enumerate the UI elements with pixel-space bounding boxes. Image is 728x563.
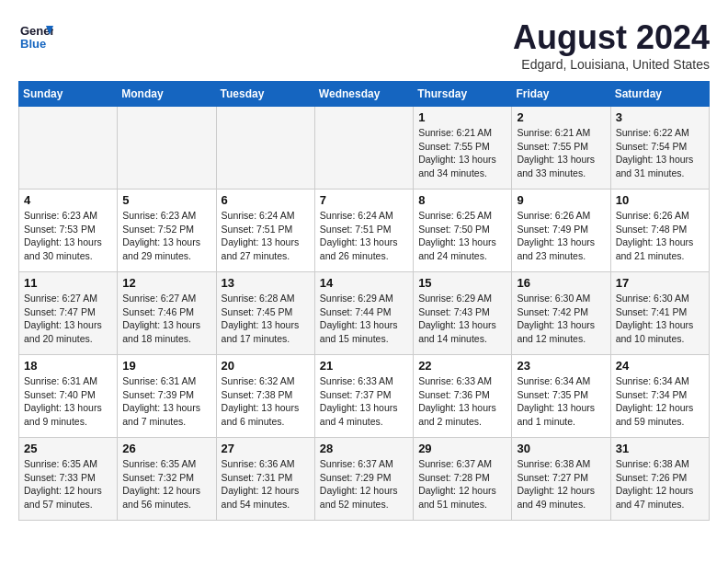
day-info: Sunrise: 6:25 AM Sunset: 7:50 PM Dayligh… (418, 209, 506, 263)
day-number: 30 (517, 442, 605, 455)
svg-text:Blue: Blue (20, 37, 46, 51)
day-number: 4 (24, 193, 112, 207)
calendar-cell: 5Sunrise: 6:23 AM Sunset: 7:52 PM Daylig… (118, 190, 216, 272)
header-monday: Monday (118, 82, 216, 107)
header: General Blue August 2024 Edgard, Louisia… (18, 18, 710, 72)
day-number: 16 (517, 276, 605, 290)
calendar-cell: 15Sunrise: 6:29 AM Sunset: 7:43 PM Dayli… (414, 272, 512, 355)
day-info: Sunrise: 6:36 AM Sunset: 7:31 PM Dayligh… (222, 457, 310, 511)
day-number: 26 (122, 442, 210, 455)
calendar-cell: 13Sunrise: 6:28 AM Sunset: 7:45 PM Dayli… (216, 272, 314, 355)
week-row-1: 1Sunrise: 6:21 AM Sunset: 7:55 PM Daylig… (19, 107, 710, 190)
calendar-cell: 19Sunrise: 6:31 AM Sunset: 7:39 PM Dayli… (118, 355, 216, 438)
day-number: 17 (616, 276, 704, 290)
title-section: August 2024 Edgard, Louisiana, United St… (513, 18, 710, 72)
day-number: 6 (222, 193, 310, 207)
day-number: 20 (222, 359, 310, 373)
calendar-cell: 31Sunrise: 6:38 AM Sunset: 7:26 PM Dayli… (610, 438, 709, 521)
day-number: 29 (418, 442, 506, 455)
calendar-cell: 30Sunrise: 6:38 AM Sunset: 7:27 PM Dayli… (512, 438, 610, 521)
day-number: 18 (24, 359, 112, 373)
logo: General Blue (18, 18, 53, 53)
calendar-cell: 12Sunrise: 6:27 AM Sunset: 7:46 PM Dayli… (118, 272, 216, 355)
calendar-cell: 2Sunrise: 6:21 AM Sunset: 7:55 PM Daylig… (512, 107, 610, 190)
day-number: 23 (517, 359, 605, 373)
day-info: Sunrise: 6:31 AM Sunset: 7:40 PM Dayligh… (24, 374, 112, 429)
day-info: Sunrise: 6:32 AM Sunset: 7:38 PM Dayligh… (222, 374, 310, 429)
day-number: 28 (320, 442, 408, 455)
header-friday: Friday (512, 82, 610, 107)
calendar-cell: 8Sunrise: 6:25 AM Sunset: 7:50 PM Daylig… (414, 190, 512, 272)
calendar-cell: 29Sunrise: 6:37 AM Sunset: 7:28 PM Dayli… (414, 438, 512, 521)
day-info: Sunrise: 6:30 AM Sunset: 7:42 PM Dayligh… (517, 292, 605, 346)
day-info: Sunrise: 6:34 AM Sunset: 7:35 PM Dayligh… (517, 374, 605, 429)
day-info: Sunrise: 6:34 AM Sunset: 7:34 PM Dayligh… (616, 374, 704, 429)
calendar-cell (314, 107, 413, 190)
header-thursday: Thursday (414, 82, 512, 107)
day-number: 5 (122, 193, 210, 207)
calendar-cell: 14Sunrise: 6:29 AM Sunset: 7:44 PM Dayli… (314, 272, 413, 355)
day-info: Sunrise: 6:23 AM Sunset: 7:53 PM Dayligh… (24, 209, 112, 263)
header-row: SundayMondayTuesdayWednesdayThursdayFrid… (19, 82, 710, 107)
day-number: 27 (222, 442, 310, 455)
day-number: 9 (517, 193, 605, 207)
day-number: 14 (320, 276, 408, 290)
day-info: Sunrise: 6:21 AM Sunset: 7:55 PM Dayligh… (517, 126, 605, 180)
day-info: Sunrise: 6:24 AM Sunset: 7:51 PM Dayligh… (222, 209, 310, 263)
header-saturday: Saturday (610, 82, 709, 107)
week-row-4: 18Sunrise: 6:31 AM Sunset: 7:40 PM Dayli… (19, 355, 710, 438)
day-info: Sunrise: 6:21 AM Sunset: 7:55 PM Dayligh… (418, 126, 506, 180)
calendar-cell: 7Sunrise: 6:24 AM Sunset: 7:51 PM Daylig… (314, 190, 413, 272)
calendar-cell: 4Sunrise: 6:23 AM Sunset: 7:53 PM Daylig… (19, 190, 118, 272)
calendar-cell: 24Sunrise: 6:34 AM Sunset: 7:34 PM Dayli… (610, 355, 709, 438)
calendar-table: SundayMondayTuesdayWednesdayThursdayFrid… (18, 81, 710, 521)
day-info: Sunrise: 6:27 AM Sunset: 7:47 PM Dayligh… (24, 292, 112, 346)
week-row-2: 4Sunrise: 6:23 AM Sunset: 7:53 PM Daylig… (19, 190, 710, 272)
day-info: Sunrise: 6:24 AM Sunset: 7:51 PM Dayligh… (320, 209, 408, 263)
day-info: Sunrise: 6:38 AM Sunset: 7:27 PM Dayligh… (517, 457, 605, 511)
calendar-cell: 23Sunrise: 6:34 AM Sunset: 7:35 PM Dayli… (512, 355, 610, 438)
day-info: Sunrise: 6:26 AM Sunset: 7:49 PM Dayligh… (517, 209, 605, 263)
day-number: 13 (222, 276, 310, 290)
day-info: Sunrise: 6:27 AM Sunset: 7:46 PM Dayligh… (122, 292, 210, 346)
calendar-cell (118, 107, 216, 190)
calendar-cell: 10Sunrise: 6:26 AM Sunset: 7:48 PM Dayli… (610, 190, 709, 272)
day-number: 7 (320, 193, 408, 207)
header-wednesday: Wednesday (314, 82, 413, 107)
calendar-cell: 21Sunrise: 6:33 AM Sunset: 7:37 PM Dayli… (314, 355, 413, 438)
day-number: 19 (122, 359, 210, 373)
calendar-cell: 6Sunrise: 6:24 AM Sunset: 7:51 PM Daylig… (216, 190, 314, 272)
day-number: 25 (24, 442, 112, 455)
day-number: 22 (418, 359, 506, 373)
header-tuesday: Tuesday (216, 82, 314, 107)
day-info: Sunrise: 6:22 AM Sunset: 7:54 PM Dayligh… (616, 126, 704, 180)
week-row-3: 11Sunrise: 6:27 AM Sunset: 7:47 PM Dayli… (19, 272, 710, 355)
calendar-cell: 9Sunrise: 6:26 AM Sunset: 7:49 PM Daylig… (512, 190, 610, 272)
calendar-cell: 1Sunrise: 6:21 AM Sunset: 7:55 PM Daylig… (414, 107, 512, 190)
day-info: Sunrise: 6:33 AM Sunset: 7:37 PM Dayligh… (320, 374, 408, 429)
day-info: Sunrise: 6:38 AM Sunset: 7:26 PM Dayligh… (616, 457, 704, 511)
calendar-cell: 16Sunrise: 6:30 AM Sunset: 7:42 PM Dayli… (512, 272, 610, 355)
day-number: 31 (616, 442, 704, 455)
calendar-cell (216, 107, 314, 190)
calendar-header: SundayMondayTuesdayWednesdayThursdayFrid… (19, 82, 710, 107)
day-info: Sunrise: 6:29 AM Sunset: 7:44 PM Dayligh… (320, 292, 408, 346)
week-row-5: 25Sunrise: 6:35 AM Sunset: 7:33 PM Dayli… (19, 438, 710, 521)
calendar-cell: 11Sunrise: 6:27 AM Sunset: 7:47 PM Dayli… (19, 272, 118, 355)
day-info: Sunrise: 6:26 AM Sunset: 7:48 PM Dayligh… (616, 209, 704, 263)
day-info: Sunrise: 6:37 AM Sunset: 7:29 PM Dayligh… (320, 457, 408, 511)
day-number: 11 (24, 276, 112, 290)
logo-icon: General Blue (18, 18, 53, 53)
calendar-cell: 25Sunrise: 6:35 AM Sunset: 7:33 PM Dayli… (19, 438, 118, 521)
calendar-cell (19, 107, 118, 190)
day-info: Sunrise: 6:29 AM Sunset: 7:43 PM Dayligh… (418, 292, 506, 346)
calendar-cell: 28Sunrise: 6:37 AM Sunset: 7:29 PM Dayli… (314, 438, 413, 521)
day-info: Sunrise: 6:30 AM Sunset: 7:41 PM Dayligh… (616, 292, 704, 346)
day-number: 8 (418, 193, 506, 207)
day-info: Sunrise: 6:31 AM Sunset: 7:39 PM Dayligh… (122, 374, 210, 429)
subtitle: Edgard, Louisiana, United States (513, 57, 710, 72)
day-info: Sunrise: 6:23 AM Sunset: 7:52 PM Dayligh… (122, 209, 210, 263)
calendar-cell: 17Sunrise: 6:30 AM Sunset: 7:41 PM Dayli… (610, 272, 709, 355)
calendar-cell: 18Sunrise: 6:31 AM Sunset: 7:40 PM Dayli… (19, 355, 118, 438)
day-number: 10 (616, 193, 704, 207)
